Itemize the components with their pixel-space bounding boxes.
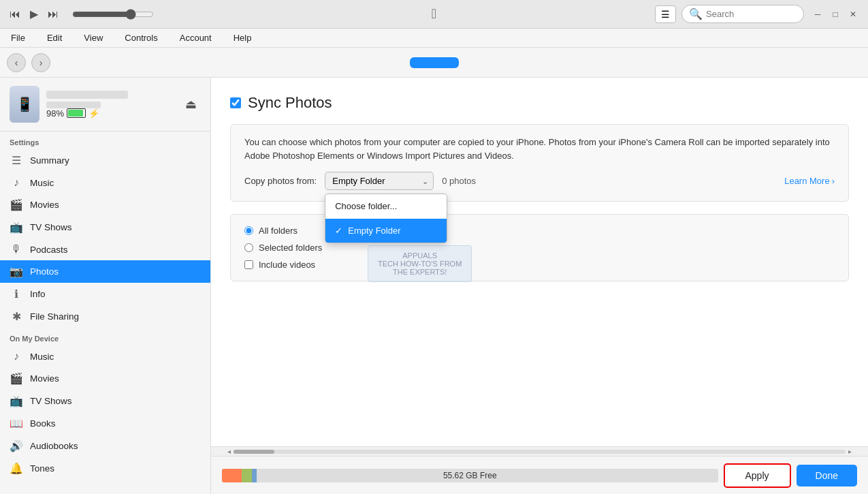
info-text: You can choose which photos from your co… [244,137,830,161]
sidebar-label-books: Books [30,418,56,429]
books-icon: 📖 [10,417,23,430]
sidebar-item-movies[interactable]: 🎬 Movies [0,194,210,216]
playback-controls: ⏮ ▶ ⏭ [7,6,161,22]
volume-slider[interactable] [72,9,154,20]
sidebar-label-audiobooks: Audiobooks [30,441,78,451]
menu-help[interactable]: Help [229,31,256,44]
sidebar-item-podcasts[interactable]: 🎙 Podcasts [0,238,210,260]
sidebar-item-filesharing[interactable]: ✱ File Sharing [0,305,210,328]
device-section: 📱 98% ⚡ ⏏ [0,78,210,132]
menu-edit[interactable]: Edit [43,31,66,44]
sync-button[interactable] [410,57,459,68]
sidebar-label-music: Music [30,178,54,188]
menu-file[interactable]: File [7,31,29,44]
main-container: 📱 98% ⚡ ⏏ Settings ☰ Summary ♪ Mu [0,78,868,494]
sidebar-label-summary: Summary [30,155,69,166]
sidebar-item-photos[interactable]: 📷 Photos [0,260,210,283]
radio-selected-folders-input[interactable] [244,243,253,252]
info-box: You can choose which photos from your co… [230,124,849,202]
maximize-button[interactable]: □ [827,6,843,22]
tvshows2-icon: 📺 [10,395,23,407]
sidebar-label-info: Info [30,289,46,299]
learn-more-link[interactable]: Learn More › [784,174,835,188]
empty-folder-label: Empty Folder [348,224,400,238]
done-button[interactable]: Done [797,465,857,487]
checkmark-icon: ✓ [335,224,342,238]
copy-dropdown[interactable]: Choose folder... Empty Folder [325,172,434,190]
device-battery: 98% ⚡ [46,108,174,119]
copy-label: Copy photos from: [244,174,317,188]
search-icon: 🔍 [689,7,703,20]
include-videos-checkbox[interactable] [244,260,253,269]
sidebar-label-filesharing: File Sharing [30,311,79,322]
copy-from-row: Copy photos from: Choose folder... Empty… [244,172,835,190]
device-icon: 📱 [10,86,39,123]
photo-count: 0 photos [442,174,476,188]
device-sub-bar [46,102,101,108]
filesharing-icon: ✱ [10,310,23,323]
scroll-thumb[interactable] [234,450,274,454]
title-bar: ⏮ ▶ ⏭  ☰ 🔍 ─ □ ✕ [0,0,868,29]
folders-box: All folders Selected folders Include vid… [230,214,849,281]
movies-icon: 🎬 [10,198,23,211]
scroll-right-arrow[interactable]: ▸ [848,448,852,455]
charging-icon: ⚡ [89,108,99,119]
title-bar-right: ☰ 🔍 ─ □ ✕ [655,5,861,23]
list-view-button[interactable]: ☰ [655,5,676,23]
apply-button[interactable]: Apply [724,463,791,488]
choose-folder-label: Choose folder... [335,200,397,213]
tvshows-icon: 📺 [10,221,23,234]
menu-view[interactable]: View [80,31,107,44]
rewind-button[interactable]: ⏮ [7,7,23,22]
podcasts-icon: 🎙 [10,243,23,256]
device-name-bar [46,91,128,99]
music2-icon: ♪ [10,350,23,362]
sync-checkbox[interactable] [230,97,241,108]
sidebar-label-photos: Photos [30,266,59,277]
search-input[interactable] [706,9,801,19]
radio-all-folders-input[interactable] [244,226,253,235]
menu-account[interactable]: Account [176,31,216,44]
sidebar-label-tones: Tones [30,463,54,474]
close-button[interactable]: ✕ [845,6,861,22]
sidebar-label-tvshows: TV Shows [30,222,72,232]
battery-bar [67,108,86,118]
summary-icon: ☰ [10,154,23,167]
scroll-track[interactable] [234,450,846,454]
sidebar-item-tones[interactable]: 🔔 Tones [0,457,210,480]
music-icon: ♪ [10,176,23,189]
scroll-left-arrow[interactable]: ◂ [227,448,231,455]
sidebar-item-music[interactable]: ♪ Music [0,172,210,194]
sidebar-item-summary[interactable]: ☰ Summary [0,149,210,172]
sidebar-item-movies2[interactable]: 🎬 Movies [0,367,210,390]
menu-bar: File Edit View Controls Account Help [0,29,868,48]
ondevice-section-label: On My Device [0,328,210,345]
sidebar-label-tvshows2: TV Shows [30,396,72,406]
sidebar-item-tvshows2[interactable]: 📺 TV Shows [0,390,210,412]
sidebar-item-books[interactable]: 📖 Books [0,412,210,435]
storage-container: 55.62 GB Free [222,469,718,482]
fastforward-button[interactable]: ⏭ [45,7,61,22]
sidebar-item-info[interactable]: ℹ Info [0,283,210,305]
minimize-button[interactable]: ─ [809,6,826,22]
sidebar: 📱 98% ⚡ ⏏ Settings ☰ Summary ♪ Mu [0,78,211,494]
back-button[interactable]: ‹ [7,53,26,72]
radio-all-folders-label: All folders [259,226,298,236]
popup-choose-folder[interactable]: Choose folder... [325,194,447,219]
include-videos-label: Include videos [259,260,315,270]
forward-button[interactable]: › [31,53,50,72]
battery-percent: 98% [46,108,64,119]
device-info: 98% ⚡ [46,91,174,119]
sidebar-item-audiobooks[interactable]: 🔊 Audiobooks [0,435,210,457]
menu-controls[interactable]: Controls [120,31,161,44]
learn-more-text: Learn More [784,174,829,188]
search-box: 🔍 [681,5,804,23]
sidebar-label-podcasts: Podcasts [30,245,68,255]
tones-icon: 🔔 [10,462,23,475]
sidebar-item-music2[interactable]: ♪ Music [0,345,210,367]
sidebar-item-tvshows[interactable]: 📺 TV Shows [0,216,210,238]
eject-button[interactable]: ⏏ [181,95,201,113]
popup-empty-folder[interactable]: ✓ Empty Folder [325,219,447,243]
movies2-icon: 🎬 [10,372,23,385]
play-button[interactable]: ▶ [27,6,41,22]
